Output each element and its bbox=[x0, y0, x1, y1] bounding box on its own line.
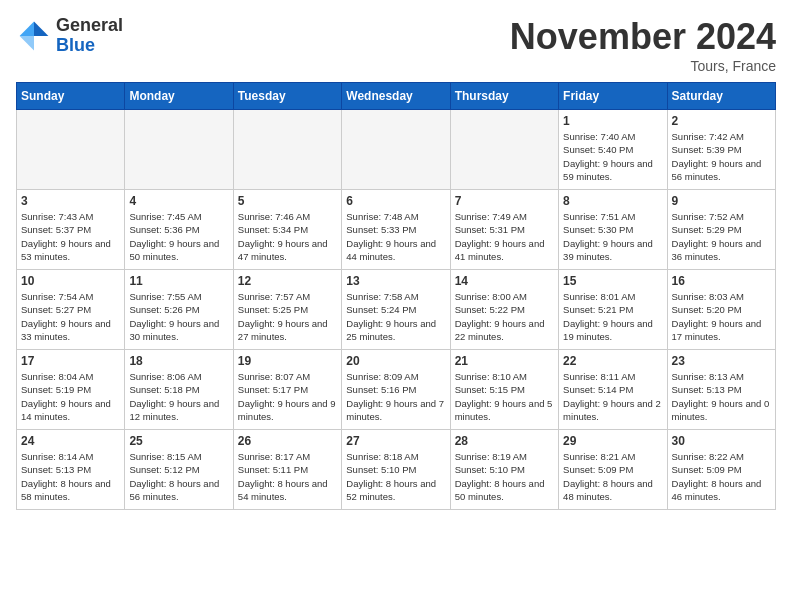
weekday-header-friday: Friday bbox=[559, 83, 667, 110]
day-number: 27 bbox=[346, 434, 445, 448]
day-info: Sunrise: 7:43 AM Sunset: 5:37 PM Dayligh… bbox=[21, 210, 120, 263]
weekday-header-tuesday: Tuesday bbox=[233, 83, 341, 110]
calendar-cell: 26Sunrise: 8:17 AM Sunset: 5:11 PM Dayli… bbox=[233, 430, 341, 510]
day-info: Sunrise: 7:46 AM Sunset: 5:34 PM Dayligh… bbox=[238, 210, 337, 263]
week-row-4: 17Sunrise: 8:04 AM Sunset: 5:19 PM Dayli… bbox=[17, 350, 776, 430]
calendar-cell bbox=[125, 110, 233, 190]
calendar-cell: 14Sunrise: 8:00 AM Sunset: 5:22 PM Dayli… bbox=[450, 270, 558, 350]
page-header: General Blue November 2024 Tours, France bbox=[16, 16, 776, 74]
location: Tours, France bbox=[510, 58, 776, 74]
day-number: 2 bbox=[672, 114, 771, 128]
calendar-cell: 10Sunrise: 7:54 AM Sunset: 5:27 PM Dayli… bbox=[17, 270, 125, 350]
calendar-cell: 2Sunrise: 7:42 AM Sunset: 5:39 PM Daylig… bbox=[667, 110, 775, 190]
calendar-cell: 12Sunrise: 7:57 AM Sunset: 5:25 PM Dayli… bbox=[233, 270, 341, 350]
title-section: November 2024 Tours, France bbox=[510, 16, 776, 74]
calendar-cell: 28Sunrise: 8:19 AM Sunset: 5:10 PM Dayli… bbox=[450, 430, 558, 510]
calendar-cell: 8Sunrise: 7:51 AM Sunset: 5:30 PM Daylig… bbox=[559, 190, 667, 270]
calendar-cell bbox=[233, 110, 341, 190]
logo-icon bbox=[16, 18, 52, 54]
day-number: 17 bbox=[21, 354, 120, 368]
day-number: 1 bbox=[563, 114, 662, 128]
calendar-cell: 19Sunrise: 8:07 AM Sunset: 5:17 PM Dayli… bbox=[233, 350, 341, 430]
day-info: Sunrise: 7:48 AM Sunset: 5:33 PM Dayligh… bbox=[346, 210, 445, 263]
day-info: Sunrise: 8:00 AM Sunset: 5:22 PM Dayligh… bbox=[455, 290, 554, 343]
day-number: 3 bbox=[21, 194, 120, 208]
calendar-cell: 29Sunrise: 8:21 AM Sunset: 5:09 PM Dayli… bbox=[559, 430, 667, 510]
calendar-table: SundayMondayTuesdayWednesdayThursdayFrid… bbox=[16, 82, 776, 510]
calendar-cell: 5Sunrise: 7:46 AM Sunset: 5:34 PM Daylig… bbox=[233, 190, 341, 270]
week-row-5: 24Sunrise: 8:14 AM Sunset: 5:13 PM Dayli… bbox=[17, 430, 776, 510]
svg-marker-1 bbox=[20, 21, 34, 35]
day-number: 15 bbox=[563, 274, 662, 288]
weekday-header-row: SundayMondayTuesdayWednesdayThursdayFrid… bbox=[17, 83, 776, 110]
logo-blue: Blue bbox=[56, 36, 123, 56]
calendar-cell: 24Sunrise: 8:14 AM Sunset: 5:13 PM Dayli… bbox=[17, 430, 125, 510]
day-number: 8 bbox=[563, 194, 662, 208]
day-number: 18 bbox=[129, 354, 228, 368]
day-info: Sunrise: 8:14 AM Sunset: 5:13 PM Dayligh… bbox=[21, 450, 120, 503]
weekday-header-sunday: Sunday bbox=[17, 83, 125, 110]
calendar-cell: 23Sunrise: 8:13 AM Sunset: 5:13 PM Dayli… bbox=[667, 350, 775, 430]
calendar-cell: 27Sunrise: 8:18 AM Sunset: 5:10 PM Dayli… bbox=[342, 430, 450, 510]
day-info: Sunrise: 7:51 AM Sunset: 5:30 PM Dayligh… bbox=[563, 210, 662, 263]
calendar-cell: 11Sunrise: 7:55 AM Sunset: 5:26 PM Dayli… bbox=[125, 270, 233, 350]
calendar-cell: 3Sunrise: 7:43 AM Sunset: 5:37 PM Daylig… bbox=[17, 190, 125, 270]
day-info: Sunrise: 8:04 AM Sunset: 5:19 PM Dayligh… bbox=[21, 370, 120, 423]
calendar-cell: 15Sunrise: 8:01 AM Sunset: 5:21 PM Dayli… bbox=[559, 270, 667, 350]
day-number: 19 bbox=[238, 354, 337, 368]
day-info: Sunrise: 8:22 AM Sunset: 5:09 PM Dayligh… bbox=[672, 450, 771, 503]
day-number: 11 bbox=[129, 274, 228, 288]
calendar-cell: 30Sunrise: 8:22 AM Sunset: 5:09 PM Dayli… bbox=[667, 430, 775, 510]
day-number: 6 bbox=[346, 194, 445, 208]
logo-text: General Blue bbox=[56, 16, 123, 56]
day-number: 16 bbox=[672, 274, 771, 288]
calendar-cell: 25Sunrise: 8:15 AM Sunset: 5:12 PM Dayli… bbox=[125, 430, 233, 510]
week-row-1: 1Sunrise: 7:40 AM Sunset: 5:40 PM Daylig… bbox=[17, 110, 776, 190]
day-info: Sunrise: 8:21 AM Sunset: 5:09 PM Dayligh… bbox=[563, 450, 662, 503]
day-info: Sunrise: 8:06 AM Sunset: 5:18 PM Dayligh… bbox=[129, 370, 228, 423]
day-info: Sunrise: 7:55 AM Sunset: 5:26 PM Dayligh… bbox=[129, 290, 228, 343]
day-number: 26 bbox=[238, 434, 337, 448]
day-number: 30 bbox=[672, 434, 771, 448]
day-number: 23 bbox=[672, 354, 771, 368]
calendar-cell: 17Sunrise: 8:04 AM Sunset: 5:19 PM Dayli… bbox=[17, 350, 125, 430]
month-title: November 2024 bbox=[510, 16, 776, 58]
day-number: 21 bbox=[455, 354, 554, 368]
day-info: Sunrise: 8:15 AM Sunset: 5:12 PM Dayligh… bbox=[129, 450, 228, 503]
day-number: 22 bbox=[563, 354, 662, 368]
weekday-header-wednesday: Wednesday bbox=[342, 83, 450, 110]
logo: General Blue bbox=[16, 16, 123, 56]
week-row-2: 3Sunrise: 7:43 AM Sunset: 5:37 PM Daylig… bbox=[17, 190, 776, 270]
day-info: Sunrise: 7:57 AM Sunset: 5:25 PM Dayligh… bbox=[238, 290, 337, 343]
calendar-cell: 1Sunrise: 7:40 AM Sunset: 5:40 PM Daylig… bbox=[559, 110, 667, 190]
logo-general: General bbox=[56, 16, 123, 36]
weekday-header-thursday: Thursday bbox=[450, 83, 558, 110]
day-info: Sunrise: 7:49 AM Sunset: 5:31 PM Dayligh… bbox=[455, 210, 554, 263]
weekday-header-monday: Monday bbox=[125, 83, 233, 110]
day-number: 5 bbox=[238, 194, 337, 208]
weekday-header-saturday: Saturday bbox=[667, 83, 775, 110]
day-info: Sunrise: 8:18 AM Sunset: 5:10 PM Dayligh… bbox=[346, 450, 445, 503]
calendar-cell: 16Sunrise: 8:03 AM Sunset: 5:20 PM Dayli… bbox=[667, 270, 775, 350]
calendar-cell: 20Sunrise: 8:09 AM Sunset: 5:16 PM Dayli… bbox=[342, 350, 450, 430]
calendar-cell: 9Sunrise: 7:52 AM Sunset: 5:29 PM Daylig… bbox=[667, 190, 775, 270]
calendar-cell: 18Sunrise: 8:06 AM Sunset: 5:18 PM Dayli… bbox=[125, 350, 233, 430]
calendar-cell: 21Sunrise: 8:10 AM Sunset: 5:15 PM Dayli… bbox=[450, 350, 558, 430]
day-number: 24 bbox=[21, 434, 120, 448]
svg-marker-2 bbox=[20, 36, 34, 50]
day-info: Sunrise: 8:11 AM Sunset: 5:14 PM Dayligh… bbox=[563, 370, 662, 423]
calendar-cell: 22Sunrise: 8:11 AM Sunset: 5:14 PM Dayli… bbox=[559, 350, 667, 430]
calendar-cell bbox=[17, 110, 125, 190]
calendar-cell: 4Sunrise: 7:45 AM Sunset: 5:36 PM Daylig… bbox=[125, 190, 233, 270]
day-number: 9 bbox=[672, 194, 771, 208]
day-info: Sunrise: 7:58 AM Sunset: 5:24 PM Dayligh… bbox=[346, 290, 445, 343]
day-info: Sunrise: 8:09 AM Sunset: 5:16 PM Dayligh… bbox=[346, 370, 445, 423]
day-info: Sunrise: 8:01 AM Sunset: 5:21 PM Dayligh… bbox=[563, 290, 662, 343]
day-info: Sunrise: 8:19 AM Sunset: 5:10 PM Dayligh… bbox=[455, 450, 554, 503]
day-number: 28 bbox=[455, 434, 554, 448]
day-number: 10 bbox=[21, 274, 120, 288]
day-number: 14 bbox=[455, 274, 554, 288]
day-info: Sunrise: 8:03 AM Sunset: 5:20 PM Dayligh… bbox=[672, 290, 771, 343]
svg-marker-0 bbox=[34, 21, 48, 35]
day-info: Sunrise: 7:54 AM Sunset: 5:27 PM Dayligh… bbox=[21, 290, 120, 343]
